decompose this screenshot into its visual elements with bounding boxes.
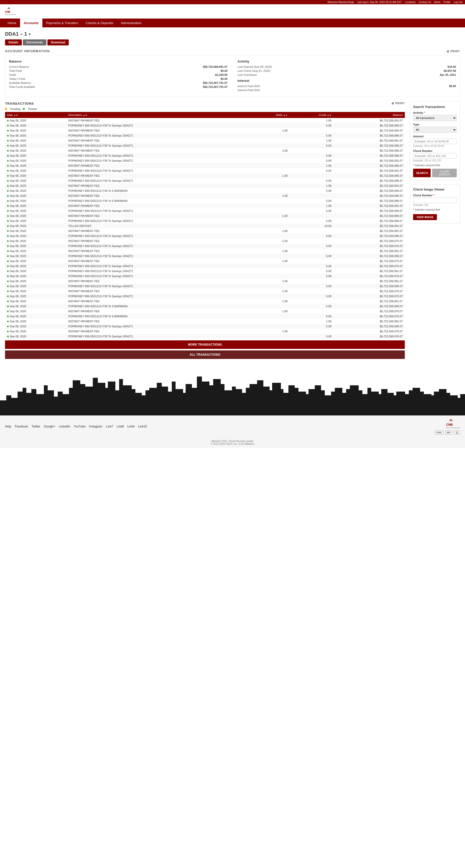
print-transactions-link[interactable]: 🖨 PRINT	[391, 102, 405, 105]
tab-download[interactable]: Download	[47, 39, 69, 45]
clear-search-button[interactable]: CLEAR SEARCH	[432, 169, 457, 177]
footer-link-linkedin[interactable]: LinkedIn	[59, 425, 70, 428]
interest-label-0: Interest Paid 2020	[237, 85, 260, 88]
type-select[interactable]: All	[413, 127, 457, 133]
row-date: Sep 08, 2020	[5, 329, 66, 334]
activity-select[interactable]: All transactions	[413, 115, 457, 121]
search-button[interactable]: SEARCH	[413, 169, 431, 177]
table-row: Sep 08, 2020 INSTANT PAYMENT FEE 1.00 $6…	[5, 319, 405, 324]
status-dot	[7, 301, 9, 302]
row-date: Sep 08, 2020	[5, 274, 66, 279]
row-desc: INSTANT PAYMENT FEE	[66, 289, 248, 294]
account-tabs: Details Documents Download	[5, 39, 460, 45]
row-date: Sep 08, 2020	[5, 173, 66, 178]
check-viewer-num-input[interactable]	[413, 197, 457, 203]
footer-link-youtube[interactable]: YouTube	[74, 425, 86, 428]
nav-admin[interactable]: Administration	[117, 19, 145, 27]
footer-link-instagram[interactable]: Instagram	[89, 425, 102, 428]
status-dot	[7, 215, 9, 217]
row-balance: $6,722,568,990.07	[333, 188, 405, 193]
welcome-text: Welcome Marsha Brady	[327, 1, 354, 3]
row-debit	[248, 314, 290, 319]
status-dot	[7, 180, 9, 182]
amount-input[interactable]	[413, 138, 457, 144]
row-balance: $6,722,568,980.07	[333, 304, 405, 309]
row-balance: $6,722,568,990.07	[333, 208, 405, 213]
table-row: Sep 08, 2020 INSTANT PAYMENT FEE 1.00 $6…	[5, 239, 405, 244]
row-desc: POPMONEY 800-5551212×739 To Savings 1054…	[66, 178, 248, 183]
footer-link-9[interactable]: Link9	[127, 425, 135, 428]
logout-link[interactable]: Log Out	[454, 1, 463, 3]
col-description[interactable]: Description ▲▼	[66, 112, 248, 118]
balance-heading: Balance	[9, 60, 228, 63]
print-account-link[interactable]: 🖨 PRINT	[446, 50, 460, 53]
footer-link-help[interactable]: Help	[5, 425, 11, 428]
check-num-hint: Example: 101 or 101-120	[413, 159, 457, 162]
row-debit	[248, 334, 290, 339]
footer-link-facebook[interactable]: Facebook	[15, 425, 28, 428]
table-row: Sep 08, 2020 INSTANT PAYMENT FEE 1.00 $6…	[5, 138, 405, 143]
col-credit[interactable]: Credit ▲▼	[290, 112, 334, 118]
nav-payments[interactable]: Payments & Transfers	[42, 19, 82, 27]
fdic-badge: FDIC	[435, 431, 444, 434]
footer-link-7[interactable]: Link7	[106, 425, 113, 428]
table-row: Sep 08, 2020 INSTANT PAYMENT FEE 1.00 $6…	[5, 148, 405, 153]
row-balance: $6,722,568,991.07	[333, 203, 405, 208]
nav-accounts[interactable]: Accounts	[20, 19, 42, 27]
row-credit: 1.00	[290, 163, 334, 168]
row-date: Sep 08, 2020	[5, 148, 66, 153]
row-balance: $6,722,568,980.07	[333, 253, 405, 258]
tab-documents[interactable]: Documents	[23, 39, 46, 45]
member-fdic-text: Member FDIC. Equal Housing Lender	[2, 440, 463, 442]
row-balance: $6,722,568,976.07	[333, 309, 405, 314]
row-credit: 5.00	[290, 123, 334, 128]
row-date: Sep 08, 2020	[5, 294, 66, 299]
alerts-link[interactable]: Alerts	[434, 1, 440, 3]
table-row: Sep 08, 2020 INSTANT PAYMENT FEE 1.00 $6…	[5, 118, 405, 123]
view-image-button[interactable]: VIEW IMAGE	[413, 214, 437, 220]
footer-link-8[interactable]: Link8	[117, 425, 124, 428]
activity-row-1: Last Check (Aug 31, 2020) $6,697.58	[237, 69, 456, 72]
status-dot	[7, 155, 9, 157]
row-credit: 1.00	[290, 203, 334, 208]
row-desc: TELLER DEPOSIT	[66, 223, 248, 228]
row-balance: $6,722,568,990.07	[333, 143, 405, 148]
col-date[interactable]: Date ▲▼	[5, 112, 66, 118]
more-transactions-button[interactable]: MORE TRANSACTIONS	[5, 340, 405, 349]
row-debit	[248, 284, 290, 289]
col-debit[interactable]: Debit ▲▼	[248, 112, 290, 118]
row-date: Sep 08, 2020	[5, 178, 66, 183]
footer-link-10[interactable]: Link10	[138, 425, 147, 428]
footer-link-googleplus[interactable]: Google+	[44, 425, 56, 428]
row-desc: INSTANT PAYMENT FEE	[66, 203, 248, 208]
locations-link[interactable]: Locations	[405, 1, 416, 3]
profile-link[interactable]: Profile	[443, 1, 451, 3]
row-credit: 5.00	[290, 198, 334, 203]
activity-label-0: Last Deposit (Sep 08, 2020)	[237, 65, 272, 68]
row-date: Sep 08, 2020	[5, 208, 66, 213]
nav-home[interactable]: Home	[4, 19, 20, 27]
tab-details[interactable]: Details	[5, 39, 22, 45]
row-desc: POPMONEY 800-5551212×739 To Savings 1054…	[66, 274, 248, 279]
svg-rect-22	[97, 383, 105, 415]
balance-label-3: Today's Float	[9, 77, 25, 80]
row-credit: 5.00	[290, 133, 334, 138]
row-date: Sep 08, 2020	[5, 118, 66, 123]
row-credit: 5.00	[290, 269, 334, 274]
svg-text:COMMUNITY NATIONAL BANK: COMMUNITY NATIONAL BANK	[4, 14, 16, 15]
table-row: Sep 08, 2020 POPMONEY 800-5551212×739 To…	[5, 253, 405, 258]
footer-link-twitter[interactable]: Twitter	[31, 425, 40, 428]
row-date: Sep 08, 2020	[5, 314, 66, 319]
balance-value-1: $0.00	[221, 69, 228, 72]
account-dropdown-icon[interactable]: ▾	[29, 32, 30, 36]
row-credit: 5.00	[290, 314, 334, 319]
row-debit	[248, 324, 290, 329]
row-balance: $6,722,568,985.07	[333, 173, 405, 178]
last-login-text: Last log in: Sep 08, 2020 09:31 AM EDT	[357, 1, 402, 3]
nav-checks[interactable]: Checks & Deposits	[82, 19, 117, 27]
contact-us-link[interactable]: Contact Us	[419, 1, 431, 3]
all-transactions-button[interactable]: ALL TRANSACTIONS	[5, 350, 405, 359]
row-balance: $6,722,568,976.07	[333, 314, 405, 319]
check-num-input[interactable]	[413, 153, 457, 159]
row-desc: INSTANT PAYMENT FEE	[66, 193, 248, 198]
